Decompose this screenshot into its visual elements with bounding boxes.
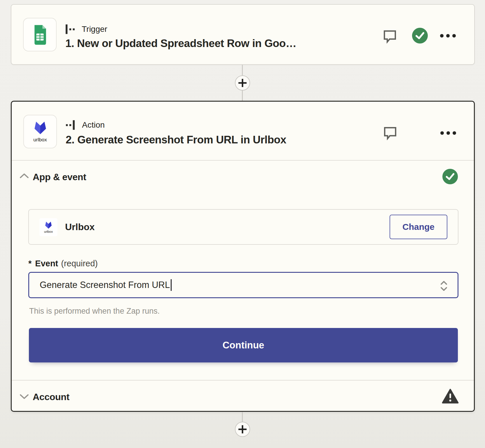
ellipsis-icon [440,34,456,38]
action-step-title: 2. Generate Screenshot From URL in Urlbo… [66,134,381,146]
plus-icon [238,79,247,87]
section-complete-check-icon [442,169,458,185]
event-label-text: Event [35,259,58,268]
google-sheets-icon [23,18,57,51]
text-cursor [171,279,172,291]
trigger-menu-button[interactable] [440,30,456,41]
zap-editor-canvas: Trigger 1. New or Updated Spreadsheet Ro… [0,0,485,448]
chevron-down-icon [20,394,29,400]
event-helper-text: This is performed when the Zap runs. [29,306,160,316]
google-sheets-glyph [32,24,48,45]
required-marker: * [28,259,32,268]
comment-icon [383,126,397,140]
action-comment-button[interactable] [382,125,398,141]
urlbox-logo-glyph [32,121,49,135]
trigger-step-icon [65,24,77,34]
section-divider [12,380,474,381]
account-heading: Account [33,390,69,403]
trigger-step-type: Trigger [65,24,107,34]
action-step-type: Action [66,120,105,130]
urlbox-logo-label: urlbox [33,137,47,143]
change-app-button[interactable]: Change [390,215,447,239]
plus-icon [238,425,247,434]
action-step-card: urlbox Action 2. Generate Screenshot Fro… [11,101,475,412]
app-event-heading: App & event [33,171,86,183]
action-menu-button[interactable] [440,127,456,139]
app-event-section-toggle[interactable]: App & event [12,169,474,186]
select-spinner-icon [440,280,448,293]
add-step-button[interactable] [235,422,250,437]
urlbox-icon: urlbox [23,115,57,148]
app-selector: urlbox Urlbox Change [28,209,458,245]
event-field-label: *Event(required) [28,258,98,269]
trigger-step-card[interactable]: Trigger 1. New or Updated Spreadsheet Ro… [11,4,475,65]
continue-button[interactable]: Continue [29,328,458,362]
event-select-value: Generate Screenshot From URL [40,280,170,290]
account-warning-icon [442,388,459,404]
trigger-comment-button[interactable] [382,28,398,44]
urlbox-mini-icon: urlbox [39,218,57,236]
ellipsis-icon [440,131,456,135]
trigger-complete-check-icon [412,27,428,44]
urlbox-mini-label: urlbox [44,230,53,233]
action-step-icon [66,120,77,130]
event-select[interactable]: Generate Screenshot From URL [28,272,458,298]
comment-icon [383,29,397,44]
header-divider [12,160,474,161]
trigger-step-type-label: Trigger [82,25,107,34]
add-step-button[interactable] [235,75,250,91]
connector-line [242,412,243,422]
account-section-toggle[interactable]: Account [12,388,474,407]
chevron-up-icon [20,173,29,180]
required-label: (required) [61,259,98,268]
action-step-type-label: Action [82,120,105,130]
trigger-step-title: 1. New or Updated Spreadsheet Row in Goo… [65,37,381,50]
selected-app-name: Urlbox [65,210,95,244]
